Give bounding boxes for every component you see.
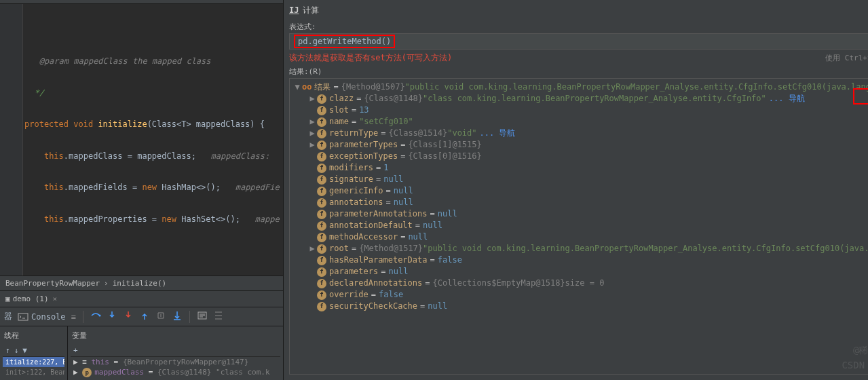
add-icon[interactable]: + <box>73 346 78 355</box>
evaluate-panel: IJ 计算 表达式: pd.getWriteMethod() 该方法就是获取是否… <box>284 0 868 380</box>
variables-panel: 变量 + ▶ ≡ this = {BeanPropertyRowMapper@1… <box>68 326 283 380</box>
evaluate-expression-button[interactable] <box>197 310 208 323</box>
threads-toolbar: ↑ ↓ ▼ <box>3 345 64 357</box>
tree-node[interactable]: ▶froot={Method@1517} "public void com.ki… <box>291 243 868 254</box>
tree-node[interactable]: fdeclaredAnnotations={Collections$EmptyM… <box>291 278 868 289</box>
evaluate-icon: IJ <box>289 5 299 15</box>
svg-rect-0 <box>18 314 28 320</box>
debug-panels: 线程 ↑ ↓ ▼ itialize:227, Bean init>:122, B… <box>0 326 283 380</box>
code-content: @param mappedClass the mapped class */ p… <box>24 35 283 276</box>
tree-node[interactable]: fslot=13 <box>291 104 868 116</box>
variables-header: 变量 <box>71 329 280 342</box>
tree-node[interactable]: fexceptionTypes={Class[0]@1516} <box>291 151 868 162</box>
tree-root[interactable]: ▼oo结果={Method@1507} "public void com.kin… <box>291 81 868 93</box>
debugger-tab[interactable]: 器 <box>4 311 12 322</box>
tree-node[interactable]: fhasRealParameterData=false <box>291 254 868 266</box>
vars-toolbar: + <box>71 345 280 357</box>
tree-node[interactable]: fsecurityCheckCache=null <box>291 301 868 312</box>
variable-row[interactable]: ▶ pmappedClass = {Class@1148} "class com… <box>71 367 280 378</box>
filter-icon[interactable]: ▼ <box>22 346 27 355</box>
tree-node[interactable]: fgenericInfo=null <box>291 185 868 197</box>
result-tree[interactable]: ▼oo结果={Method@1507} "public void com.kin… <box>289 78 868 375</box>
thread-down-icon[interactable]: ↓ <box>14 346 19 355</box>
tree-node[interactable]: fparameterAnnotations=null <box>291 208 868 220</box>
more-tabs-icon[interactable]: ≡ <box>71 312 76 322</box>
eval-title: 计算 <box>303 5 319 16</box>
threads-header: 线程 <box>3 329 64 342</box>
navigate-link[interactable]: ... 导航 <box>769 93 805 104</box>
expression-input[interactable]: pd.getWriteMethod() <box>289 33 868 50</box>
tree-node[interactable]: fannotationDefault=null <box>291 220 868 231</box>
tree-node[interactable]: ▶fparameterTypes={Class[1]@1515} <box>291 139 868 151</box>
code-line: this.mappedFields = new HashMap<>(); map… <box>24 183 283 193</box>
eval-hint-row: 该方法就是获取是否有set方法(可写入方法) 使用 Ctrl+Shift+Ent… <box>289 52 868 64</box>
chevron-right-icon: › <box>104 279 109 288</box>
console-label: Console <box>31 312 66 322</box>
stack-frame[interactable]: init>:122, BeanPr <box>3 367 64 377</box>
eval-title-bar: IJ 计算 <box>289 3 868 18</box>
threads-panel: 线程 ↑ ↓ ▼ itialize:227, Bean init>:122, B… <box>0 326 68 380</box>
gutter <box>0 4 23 276</box>
thread-up-icon[interactable]: ↑ <box>5 346 10 355</box>
run-config-tab[interactable]: ▣ demo (1) × <box>0 290 283 307</box>
debug-toolbar: 器 Console ≡ <box>0 307 283 326</box>
breadcrumb-class[interactable]: BeanPropertyRowMapper <box>5 279 100 288</box>
code-line: this.mappedProperties = new HashSet<>();… <box>24 214 283 225</box>
tree-node[interactable]: foverride=false <box>291 289 868 301</box>
stack-frame-selected[interactable]: itialize:227, Bean <box>3 357 64 367</box>
force-step-into-button[interactable] <box>123 310 134 323</box>
expression-text: pd.getWriteMethod() <box>294 35 395 48</box>
breadcrumb[interactable]: BeanPropertyRowMapper › initialize() <box>0 276 283 290</box>
tree-node[interactable]: fannotations=null <box>291 197 868 208</box>
tree-node[interactable]: fsignature=null <box>291 174 868 185</box>
tree-node[interactable]: ▶fname="setCfg010" <box>291 116 868 128</box>
tree-node[interactable]: fmodifiers=1 <box>291 162 868 174</box>
code-line: this.mappedClass = mappedClass; mappedCl… <box>24 151 283 162</box>
eval-shortcut-hint: 使用 Ctrl+Shift+Enter 添加 <box>825 53 868 63</box>
close-icon[interactable]: × <box>53 294 58 303</box>
navigate-link[interactable]: ... 导航 <box>480 128 516 139</box>
drop-frame-button[interactable] <box>155 310 166 323</box>
code-editor[interactable]: @param mappedClass the mapped class */ p… <box>0 4 283 276</box>
variable-row[interactable]: ▶ ≡ this = {BeanPropertyRowMapper@1147} <box>71 357 280 367</box>
code-line: */ <box>24 88 283 99</box>
run-label: demo (1) <box>13 294 49 303</box>
tree-node[interactable]: ▶fclazz={Class@1148} "class com.king.lea… <box>291 93 868 104</box>
editor-panel: @param mappedClass the mapped class */ p… <box>0 0 284 380</box>
step-out-button[interactable] <box>139 310 150 323</box>
expression-label: 表达式: <box>289 22 868 32</box>
tree-node[interactable]: ▶freturnType={Class@1514} "void"... 导航 <box>291 128 868 139</box>
breadcrumb-method[interactable]: initialize() <box>113 279 166 288</box>
code-line: protected void initialize(Class<T> mappe… <box>24 119 283 130</box>
tree-node[interactable]: fparameters=null <box>291 266 868 278</box>
run-icon: ▣ <box>5 294 10 303</box>
trace-button[interactable] <box>213 310 224 323</box>
code-line <box>24 246 283 256</box>
step-over-button[interactable] <box>90 310 101 323</box>
console-tab[interactable]: Console <box>18 311 66 322</box>
code-line: @param mappedClass the mapped class <box>24 56 283 67</box>
tree-node[interactable]: fmethodAccessor=null <box>291 231 868 243</box>
svg-point-1 <box>98 315 100 317</box>
run-to-cursor-button[interactable] <box>172 310 183 323</box>
eval-annotation: 该方法就是获取是否有set方法(可写入方法) <box>289 52 452 64</box>
console-icon <box>18 311 29 322</box>
result-label: 结果:(R) <box>289 66 868 77</box>
step-into-button[interactable] <box>107 310 117 323</box>
